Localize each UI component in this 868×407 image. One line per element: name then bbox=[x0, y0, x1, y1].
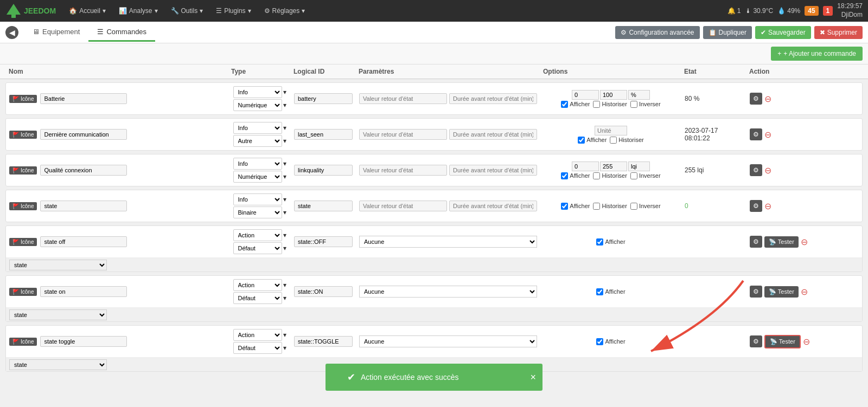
cmd-type2-select[interactable]: BinaireNumériqueAutre bbox=[233, 206, 282, 218]
param1-input[interactable] bbox=[359, 129, 447, 140]
options-max-input[interactable] bbox=[600, 90, 627, 100]
tester-button[interactable]: 📡 Tester bbox=[764, 236, 799, 248]
inverser-checkbox[interactable] bbox=[630, 203, 637, 210]
gear-button[interactable]: ⚙ bbox=[750, 93, 762, 105]
cmd-name-input[interactable] bbox=[40, 201, 127, 211]
toast-close-button[interactable]: × bbox=[530, 372, 536, 372]
options-unit-input[interactable] bbox=[628, 90, 650, 100]
gear-button[interactable]: ⚙ bbox=[750, 236, 762, 248]
remove-button[interactable]: ⊖ bbox=[764, 130, 771, 140]
logical-id-input[interactable] bbox=[294, 93, 353, 104]
nav-accueil[interactable]: 🏠 Accueil ▾ bbox=[63, 5, 111, 17]
afficher-checkbox[interactable] bbox=[578, 137, 585, 144]
cmd-name-input[interactable] bbox=[40, 286, 127, 297]
historiser-checkbox[interactable] bbox=[610, 137, 617, 144]
remove-button[interactable]: ⊖ bbox=[803, 337, 810, 347]
options-min-input[interactable] bbox=[572, 161, 599, 171]
param2-input[interactable] bbox=[449, 165, 537, 176]
historiser-checkbox[interactable] bbox=[593, 101, 600, 108]
cmd-type1-select[interactable]: ActionInfo bbox=[233, 229, 282, 241]
aucune-select[interactable]: Aucune bbox=[359, 236, 537, 248]
cmd-type1-select[interactable]: ActionInfo bbox=[233, 279, 282, 291]
duplicate-button[interactable]: 📋 Dupliquer bbox=[703, 26, 752, 39]
inverser-checkbox[interactable] bbox=[630, 172, 637, 179]
cmd-type1-select[interactable]: InfoAction bbox=[233, 86, 282, 98]
tester-button[interactable]: 📡 Tester bbox=[764, 286, 799, 298]
nav-plugins[interactable]: ☰ Plugins ▾ bbox=[210, 5, 256, 17]
cmd-type2-select[interactable]: DéfautSliderCouleur bbox=[233, 242, 282, 254]
cmd-type1-select[interactable]: ActionInfo bbox=[233, 329, 282, 341]
inverser-checkbox[interactable] bbox=[630, 101, 637, 108]
aucune-select[interactable]: Aucune bbox=[359, 335, 537, 347]
nav-reglages[interactable]: ⚙ Réglages ▾ bbox=[259, 5, 311, 17]
remove-button[interactable]: ⊖ bbox=[801, 237, 808, 247]
afficher-checkbox[interactable] bbox=[596, 238, 603, 246]
state-sub-select[interactable]: state bbox=[9, 309, 107, 320]
cmd-type1-select[interactable]: InfoAction bbox=[233, 193, 282, 205]
tester-button-highlighted[interactable]: 📡 Tester bbox=[764, 335, 801, 348]
cmd-etat-cell bbox=[681, 290, 746, 293]
param2-input[interactable] bbox=[449, 93, 537, 104]
remove-button[interactable]: ⊖ bbox=[764, 165, 771, 176]
afficher-checkbox[interactable] bbox=[561, 101, 568, 108]
unite-input[interactable] bbox=[595, 126, 627, 135]
cmd-action-cell: ⚙ ⊖ bbox=[746, 92, 839, 106]
tab-equipment[interactable]: 🖥 Equipement bbox=[24, 23, 88, 42]
tab-commands[interactable]: ☰ Commandes bbox=[88, 23, 155, 42]
historiser-checkbox[interactable] bbox=[593, 172, 600, 179]
cmd-type1-select[interactable]: InfoAction bbox=[233, 158, 282, 170]
add-command-button[interactable]: + + Ajouter une commande bbox=[771, 47, 863, 61]
cmd-name-input[interactable] bbox=[40, 93, 127, 104]
state-sub-select[interactable]: state bbox=[9, 359, 107, 370]
back-button[interactable]: ◀ bbox=[5, 26, 18, 39]
gear-button[interactable]: ⚙ bbox=[750, 164, 762, 176]
aucune-select[interactable]: Aucune bbox=[359, 286, 537, 298]
table-header: Nom Type Logical ID Paramètres Options E… bbox=[0, 64, 868, 79]
cmd-action-cell: ⚙ ⊖ bbox=[746, 199, 839, 213]
afficher-checkbox[interactable] bbox=[596, 288, 603, 295]
options-min-input[interactable] bbox=[572, 90, 599, 100]
logical-id-input[interactable] bbox=[294, 286, 353, 297]
afficher-checkbox[interactable] bbox=[596, 338, 603, 345]
param1-input[interactable] bbox=[359, 165, 447, 176]
nav-outils[interactable]: 🔧 Outils ▾ bbox=[165, 5, 209, 17]
cmd-name-input[interactable] bbox=[40, 165, 127, 176]
cmd-name-input[interactable] bbox=[40, 336, 127, 347]
afficher-checkbox[interactable] bbox=[561, 172, 568, 179]
logical-id-input[interactable] bbox=[294, 165, 353, 176]
cmd-type2-select[interactable]: NumériqueBinaireAutre bbox=[233, 171, 282, 183]
save-button[interactable]: ✔ Sauvegarder bbox=[755, 26, 811, 39]
badge-red[interactable]: 1 bbox=[823, 6, 833, 16]
nav-analyse[interactable]: 📊 Analyse ▾ bbox=[113, 5, 163, 17]
badge-orange[interactable]: 45 bbox=[805, 6, 818, 16]
logical-id-input[interactable] bbox=[294, 336, 353, 347]
param2-input[interactable] bbox=[449, 129, 537, 140]
param1-input[interactable] bbox=[359, 93, 447, 104]
gear-button[interactable]: ⚙ bbox=[750, 286, 762, 298]
cmd-type2-select[interactable]: AutreNumériqueBinaire bbox=[233, 135, 282, 147]
param2-input[interactable] bbox=[449, 201, 537, 211]
config-button[interactable]: ⚙ Configuration avancée bbox=[615, 26, 699, 39]
gear-button[interactable]: ⚙ bbox=[750, 335, 762, 347]
afficher-checkbox[interactable] bbox=[561, 203, 568, 210]
remove-button[interactable]: ⊖ bbox=[801, 287, 808, 297]
state-sub-select[interactable]: state bbox=[9, 260, 107, 270]
options-max-input[interactable] bbox=[600, 161, 627, 171]
cmd-type2-select[interactable]: DéfautSliderCouleur bbox=[233, 292, 282, 304]
remove-button[interactable]: ⊖ bbox=[764, 94, 771, 104]
gear-button[interactable]: ⚙ bbox=[750, 128, 762, 140]
cmd-type2-select[interactable]: DéfautSliderCouleur bbox=[233, 342, 282, 354]
historiser-checkbox[interactable] bbox=[593, 203, 600, 210]
delete-button[interactable]: ✖ Supprimer bbox=[814, 26, 863, 39]
cmd-name-input[interactable] bbox=[40, 236, 127, 247]
gear-button[interactable]: ⚙ bbox=[750, 200, 762, 212]
logical-id-input[interactable] bbox=[294, 201, 353, 211]
param1-input[interactable] bbox=[359, 201, 447, 211]
logical-id-input[interactable] bbox=[294, 129, 353, 140]
remove-button[interactable]: ⊖ bbox=[764, 201, 771, 211]
options-unit-input[interactable] bbox=[628, 161, 650, 171]
cmd-type2-select[interactable]: NumériqueBinaireAutre bbox=[233, 99, 282, 111]
cmd-name-input[interactable] bbox=[40, 129, 127, 140]
cmd-type1-select[interactable]: InfoAction bbox=[233, 122, 282, 134]
logical-id-input[interactable] bbox=[294, 236, 353, 247]
